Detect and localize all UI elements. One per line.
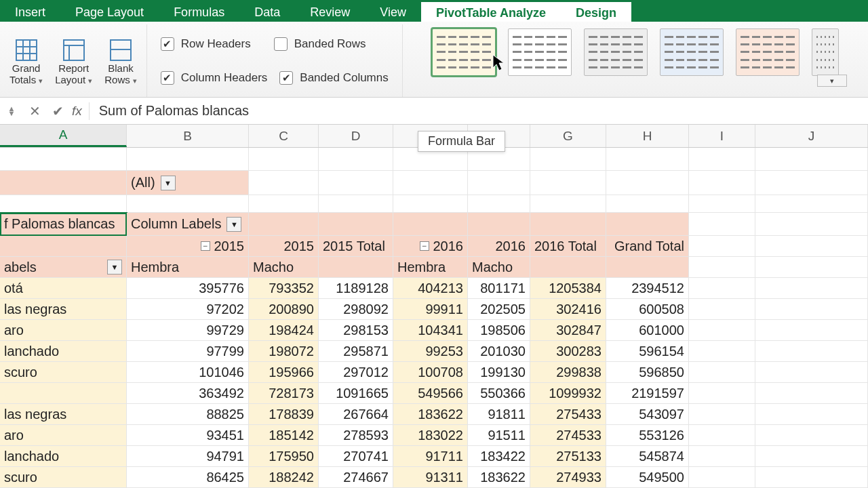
collapse-icon[interactable]: − — [201, 241, 210, 251]
cell: 295871 — [319, 341, 393, 362]
chevron-down-icon: ▾ — [133, 77, 137, 85]
cell: 404213 — [393, 278, 468, 299]
blank-rows-button[interactable]: Blank Rows▾ — [102, 36, 140, 85]
cell: Hembra — [127, 257, 249, 278]
cell: Grand Total — [606, 236, 689, 257]
cell — [689, 467, 755, 488]
cell: 178839 — [249, 404, 319, 425]
checkmark-icon: ✔ — [161, 37, 174, 51]
gallery-more-button[interactable]: ▾ — [817, 75, 847, 87]
dropdown-icon[interactable]: ▼ — [107, 260, 122, 274]
cell: 2191597 — [606, 383, 689, 404]
name-box-expand[interactable]: ▲▼ — [0, 106, 23, 115]
year-2015[interactable]: −2015 — [127, 236, 249, 257]
ribbon-group-style-options: ✔ Row Headers Banded Rows ✔ Column Heade… — [147, 24, 403, 97]
pivot-row-label[interactable]: scuro — [0, 467, 127, 488]
cell — [606, 257, 689, 278]
pivot-style-1[interactable] — [432, 28, 496, 76]
pivot-row-label[interactable]: lanchado — [0, 446, 127, 467]
cell — [755, 171, 868, 195]
tab-insert[interactable]: Insert — [0, 0, 60, 22]
pivot-column-labels[interactable]: Column Labels▼ — [127, 213, 249, 236]
ribbon-tabs: Insert Page Layout Formulas Data Review … — [0, 0, 868, 22]
cancel-formula-button[interactable]: ✕ — [23, 103, 46, 119]
col-header-A[interactable]: A — [0, 125, 127, 147]
pivot-filter-field[interactable] — [0, 171, 127, 195]
cell: 2016 — [468, 236, 530, 257]
cell — [468, 213, 530, 236]
col-header-G[interactable]: G — [530, 125, 606, 147]
cell: 596850 — [606, 362, 689, 383]
pivot-style-4[interactable] — [660, 28, 724, 76]
pivot-row-label[interactable]: otá — [0, 278, 127, 299]
cell: 1205384 — [530, 278, 606, 299]
checkmark-icon: ✔ — [279, 71, 293, 85]
cell — [689, 404, 755, 425]
cell: 183422 — [468, 446, 530, 467]
banded-rows-checkbox[interactable]: Banded Rows — [274, 29, 366, 59]
cell: 2016 Total — [530, 236, 606, 257]
grand-totals-icon — [15, 39, 38, 62]
accept-formula-button[interactable]: ✔ — [46, 103, 69, 119]
column-headers-checkbox[interactable]: ✔ Column Headers — [161, 63, 268, 93]
tab-view[interactable]: View — [365, 0, 421, 22]
row-headers-checkbox[interactable]: ✔ Row Headers — [161, 29, 251, 59]
cell — [755, 467, 868, 488]
chevron-down-icon: ▾ — [39, 77, 43, 85]
collapse-icon[interactable]: − — [420, 241, 429, 251]
tab-design[interactable]: Design — [561, 0, 631, 22]
tab-pivottable-analyze[interactable]: PivotTable Analyze — [421, 0, 561, 22]
cell: 267664 — [319, 404, 393, 425]
pivot-row-label[interactable]: lanchado — [0, 341, 127, 362]
cell — [689, 299, 755, 320]
tab-data[interactable]: Data — [239, 0, 295, 22]
row-headers-label: Row Headers — [181, 37, 251, 51]
formula-bar-content[interactable]: Sum of Palomas blancas — [99, 103, 868, 119]
col-header-I[interactable]: I — [689, 125, 755, 147]
pivot-filter-value[interactable]: (All)▼ — [127, 171, 249, 195]
tab-formulas[interactable]: Formulas — [159, 0, 239, 22]
tab-review[interactable]: Review — [295, 0, 365, 22]
pivot-style-2[interactable] — [508, 28, 572, 76]
dropdown-icon[interactable]: ▼ — [161, 176, 176, 190]
pivot-row-label[interactable]: las negras — [0, 404, 127, 425]
report-layout-button[interactable]: Report Layout▾ — [52, 36, 95, 85]
col-header-B[interactable]: B — [127, 125, 249, 147]
banded-columns-label: Banded Columns — [300, 71, 388, 85]
cell: 200890 — [249, 299, 319, 320]
col-header-H[interactable]: H — [606, 125, 689, 147]
pivot-row-label[interactable]: las negras — [0, 299, 127, 320]
pivot-style-6[interactable] — [812, 28, 839, 76]
year-2016[interactable]: −2016 — [393, 236, 468, 257]
pivot-style-3[interactable] — [584, 28, 648, 76]
cell: 793352 — [249, 278, 319, 299]
col-header-J[interactable]: J — [755, 125, 868, 147]
dropdown-icon[interactable]: ▼ — [226, 217, 241, 232]
pivot-style-5[interactable] — [736, 28, 800, 76]
pivot-row-label[interactable]: scuro — [0, 362, 127, 383]
banded-columns-checkbox[interactable]: ✔ Banded Columns — [279, 63, 388, 93]
cell — [319, 148, 393, 171]
pivot-value-field[interactable]: f Palomas blancas — [0, 213, 127, 236]
cell: 100708 — [393, 362, 468, 383]
grand-totals-button[interactable]: Grand Totals▾ — [7, 36, 45, 85]
fx-label[interactable]: fx — [72, 104, 82, 119]
cell: 302416 — [530, 299, 606, 320]
cell: 202505 — [468, 299, 530, 320]
cell: 198072 — [249, 341, 319, 362]
pivot-row-label[interactable]: aro — [0, 320, 127, 341]
col-header-C[interactable]: C — [249, 125, 319, 147]
blank-rows-label: Blank Rows — [104, 62, 134, 85]
formula-bar-tooltip: Formula Bar — [418, 131, 505, 152]
cell — [249, 213, 319, 236]
cell — [689, 195, 755, 213]
pivot-row-label[interactable]: aro — [0, 425, 127, 446]
tab-page-layout[interactable]: Page Layout — [60, 0, 159, 22]
pivot-row-labels[interactable]: abels▼ — [0, 257, 127, 278]
col-header-D[interactable]: D — [319, 125, 393, 147]
cell — [755, 404, 868, 425]
pivot-row-label[interactable] — [0, 383, 127, 404]
cell: 97202 — [127, 299, 249, 320]
cell: 86425 — [127, 467, 249, 488]
cell: 299838 — [530, 362, 606, 383]
